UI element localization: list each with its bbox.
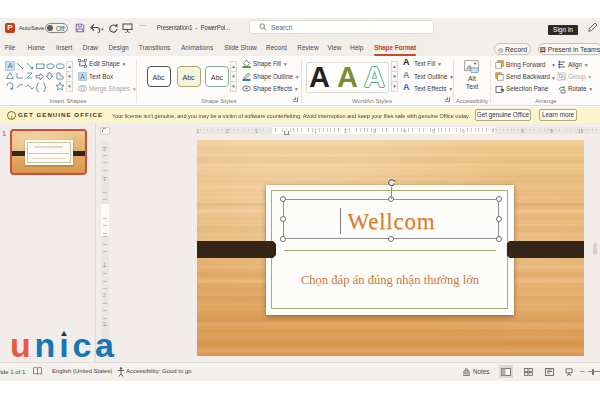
svg-text:A: A xyxy=(80,72,85,79)
svg-text:A: A xyxy=(8,62,13,69)
